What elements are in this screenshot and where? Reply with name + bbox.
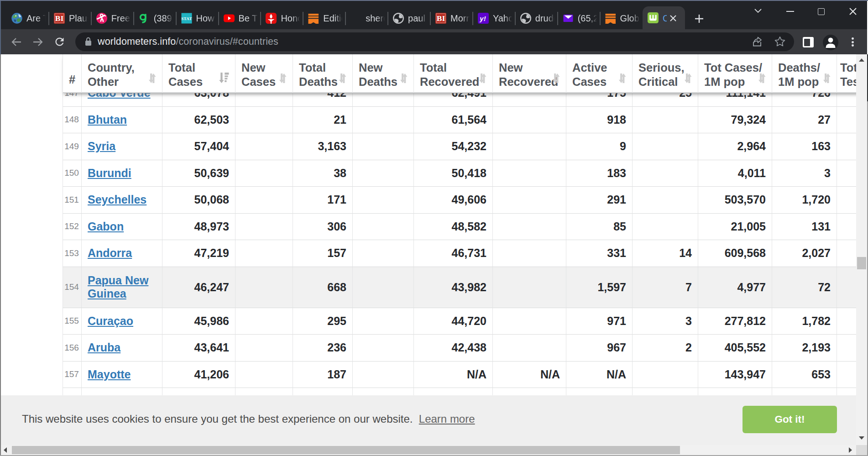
svg-text:y!: y! bbox=[479, 14, 486, 22]
svg-text:BI: BI bbox=[437, 14, 445, 23]
svg-text:BI: BI bbox=[55, 14, 64, 23]
svg-text:STAT: STAT bbox=[181, 16, 192, 21]
